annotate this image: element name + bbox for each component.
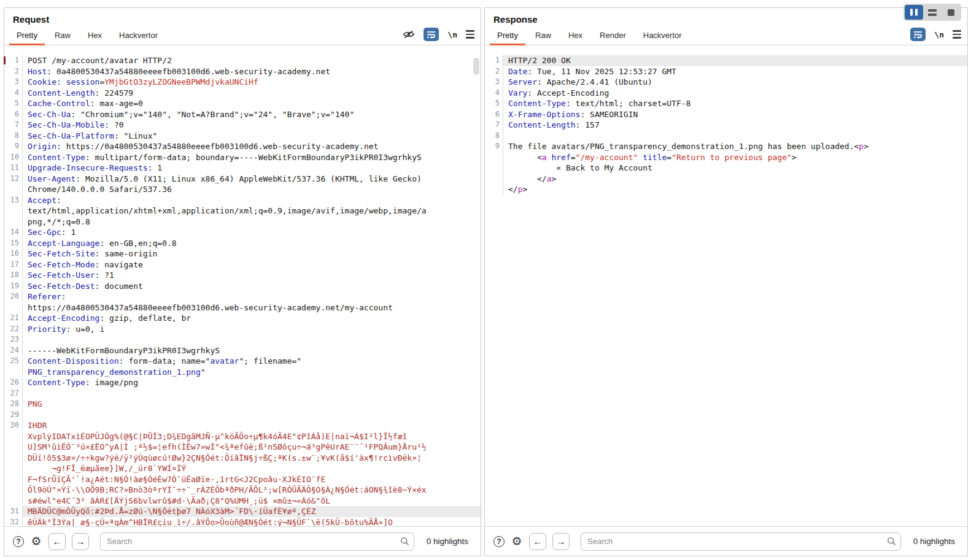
line-number: 9 — [485, 141, 503, 152]
line-number — [4, 302, 23, 313]
line-number: 5 — [4, 98, 23, 109]
line-number: 28 — [4, 399, 23, 410]
tab-hex[interactable]: Hex — [79, 27, 110, 45]
code-line: 3Cookie: session=YMjbGtO3zyLZOGNeeBPWMdj… — [4, 77, 481, 88]
next-match-button[interactable]: → — [552, 533, 570, 550]
code-line: 5Content-Type: text/html; charset=UTF-8 — [485, 98, 967, 109]
line-number: 3 — [485, 77, 503, 88]
code-line: DÜï!õ5$3ø¤/÷÷kgw?ýë/ÿ²ýÙqùøcú!Øw}2ÇN§Óét… — [4, 453, 481, 464]
line-number: 22 — [4, 324, 23, 335]
line-number: 29 — [4, 410, 23, 421]
code-line: 25Content-Disposition: form-data; name="… — [4, 356, 481, 367]
line-number: 7 — [4, 120, 23, 131]
line-number: 21 — [4, 313, 23, 324]
code-line: 17Sec-Fetch-Mode: navigate — [4, 259, 481, 270]
code-line: 2Host: 0a4800530437a54880eeeefb003100d6.… — [4, 66, 481, 77]
line-number: 4 — [4, 88, 23, 99]
word-wrap-icon[interactable] — [424, 28, 439, 41]
code-line: 29 — [4, 410, 481, 421]
code-line: 24------WebKitFormBoundaryP3ikPR0I3wgrhk… — [4, 345, 481, 356]
line-number: 8 — [4, 131, 23, 142]
response-panel: Response PrettyRawHexRenderHackvertor \n… — [484, 7, 968, 556]
show-newlines-icon[interactable]: \n — [934, 30, 944, 39]
prev-match-button[interactable]: ← — [529, 533, 546, 550]
layout-single-button[interactable] — [942, 5, 960, 20]
line-number: 18 — [4, 270, 23, 281]
code-line: 9Origin: https://0a4800530437a54880eeeef… — [4, 141, 481, 152]
word-wrap-icon[interactable] — [910, 28, 926, 41]
layout-columns-button[interactable] — [905, 5, 923, 20]
tab-pretty[interactable]: Pretty — [489, 27, 527, 45]
prev-match-button[interactable]: ← — [48, 533, 66, 550]
rows-layout-icon — [928, 9, 937, 16]
editor-menu-icon[interactable] — [953, 30, 961, 39]
line-number: 32 — [4, 517, 23, 527]
show-newlines-icon[interactable]: \n — [447, 30, 457, 39]
line-number — [4, 442, 23, 453]
code-line: 26Content-Type: image/png — [4, 377, 481, 388]
settings-gear-icon[interactable]: ⚙ — [30, 535, 42, 548]
line-number — [4, 453, 23, 464]
code-line: text/html,application/xhtml+xml,applicat… — [4, 205, 481, 217]
line-number: 11 — [4, 163, 23, 174]
line-number: 16 — [4, 248, 23, 259]
line-number — [4, 367, 23, 378]
line-number: 1 — [485, 55, 503, 66]
request-editor[interactable]: 1POST /my-account/avatar HTTP/22Host: 0a… — [4, 55, 481, 526]
line-number — [4, 431, 23, 442]
line-number: 2 — [485, 66, 503, 77]
request-scrollbar-thumb[interactable] — [473, 58, 479, 75]
search-input[interactable] — [100, 532, 414, 551]
code-line: 8Sec-Ch-Ua-Platform: "Linux" — [4, 131, 481, 142]
code-line: 19Sec-Fetch-Dest: document — [4, 281, 481, 292]
code-line: F¬fSrÛïÇÃ'`!a¿Aét:N§Ó!àø§ÓéÈw7Ò¯üÊaØïe·,… — [4, 474, 481, 485]
line-number — [485, 163, 503, 174]
line-number — [4, 496, 23, 507]
editor-menu-icon[interactable] — [466, 30, 474, 39]
code-line: 4Vary: Accept-Encoding — [485, 88, 967, 99]
hide-eye-icon[interactable] — [403, 29, 415, 39]
code-line: 28PNG — [4, 399, 481, 410]
tab-hackvertor[interactable]: Hackvertor — [110, 27, 166, 45]
tab-pretty[interactable]: Pretty — [8, 27, 46, 45]
code-line: png,*/*;q=0.8 — [4, 217, 481, 228]
code-line: « Back to My Account — [485, 163, 967, 174]
help-icon[interactable]: ? — [493, 536, 505, 547]
line-number: 23 — [4, 334, 23, 345]
code-line: 22Priority: u=0, i — [4, 324, 481, 335]
search-input[interactable] — [581, 532, 901, 551]
code-line: 32êÜÄk°Î3Ýa| æ§-çÚ«ªgÀm^HBÏR£çiu¸ì÷/.âÝÕ… — [4, 517, 481, 527]
single-layout-icon — [948, 9, 954, 16]
line-number: 13 — [4, 195, 23, 206]
code-line: 11Upgrade-Insecure-Requests: 1 — [4, 163, 481, 174]
tab-hackvertor[interactable]: Hackvertor — [635, 27, 691, 45]
line-number — [4, 485, 23, 496]
code-line: 10Content-Type: multipart/form-data; bou… — [4, 152, 481, 163]
line-number: 8 — [485, 131, 503, 142]
line-number — [4, 463, 23, 474]
tab-raw[interactable]: Raw — [527, 27, 560, 45]
tab-hex[interactable]: Hex — [560, 27, 591, 45]
tab-raw[interactable]: Raw — [46, 27, 79, 45]
line-number: 25 — [4, 356, 23, 367]
line-number — [4, 205, 23, 217]
settings-gear-icon[interactable]: ⚙ — [511, 535, 523, 548]
line-number — [485, 152, 503, 163]
code-line: 31MBÄDÜC@mÒÛyQõ:#2Þd.Å=zØú-\N§Óétþø7 NÀó… — [4, 506, 481, 517]
line-number — [4, 184, 23, 195]
code-line: 2Date: Tue, 11 Nov 2025 12:53:27 GMT — [485, 66, 967, 77]
code-line: PNG_transparency_demonstration_1.png" — [4, 367, 481, 378]
help-icon[interactable]: ? — [13, 536, 24, 547]
code-line: 20Referer: — [4, 291, 481, 302]
line-number — [4, 217, 23, 228]
code-line: 27 — [4, 388, 481, 399]
line-number: 12 — [4, 174, 23, 185]
line-number: 6 — [4, 109, 23, 120]
layout-rows-button[interactable] — [923, 5, 942, 20]
next-match-button[interactable]: → — [72, 533, 89, 550]
response-viewer[interactable]: 1HTTP/2 200 OK2Date: Tue, 11 Nov 2025 12… — [485, 55, 967, 526]
line-number: 1 — [4, 55, 23, 66]
code-line: s#éwl"e4C´3² âÁR£[ÄÝjS6bvlwrû$#d·\Ãað¡Ç8… — [4, 496, 481, 507]
tab-render[interactable]: Render — [591, 27, 635, 45]
code-line: 30IHDR — [4, 420, 481, 431]
